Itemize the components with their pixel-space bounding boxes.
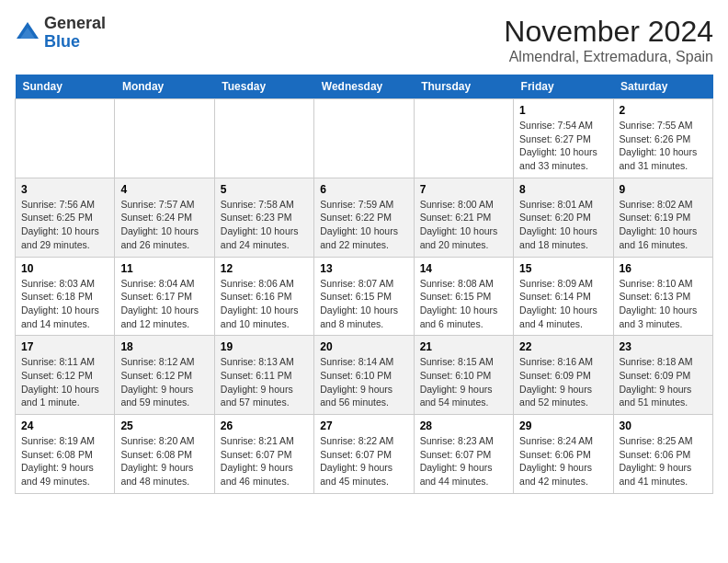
day-cell: 30Sunrise: 8:25 AM Sunset: 6:06 PM Dayli… — [613, 415, 712, 494]
day-cell: 7Sunrise: 8:00 AM Sunset: 6:21 PM Daylig… — [414, 178, 513, 257]
day-cell: 19Sunrise: 8:13 AM Sunset: 6:11 PM Dayli… — [214, 336, 313, 415]
day-number: 8 — [519, 183, 607, 196]
day-info: Sunrise: 8:09 AM Sunset: 6:14 PM Dayligh… — [519, 277, 607, 331]
day-number: 18 — [120, 340, 208, 353]
day-number: 10 — [21, 262, 108, 275]
day-number: 19 — [221, 340, 308, 353]
day-info: Sunrise: 8:00 AM Sunset: 6:21 PM Dayligh… — [420, 198, 507, 252]
day-cell: 13Sunrise: 8:07 AM Sunset: 6:15 PM Dayli… — [314, 257, 414, 336]
day-number: 20 — [320, 340, 407, 353]
day-cell: 20Sunrise: 8:14 AM Sunset: 6:10 PM Dayli… — [314, 336, 414, 415]
title-area: November 2024 Almendral, Extremadura, Sp… — [504, 15, 713, 65]
day-cell: 11Sunrise: 8:04 AM Sunset: 6:17 PM Dayli… — [115, 257, 214, 336]
logo-blue-text: Blue — [44, 32, 80, 51]
week-row-5: 24Sunrise: 8:19 AM Sunset: 6:08 PM Dayli… — [16, 415, 713, 494]
day-info: Sunrise: 8:25 AM Sunset: 6:06 PM Dayligh… — [620, 434, 707, 488]
day-info: Sunrise: 8:16 AM Sunset: 6:09 PM Dayligh… — [519, 355, 607, 409]
day-cell: 2Sunrise: 7:55 AM Sunset: 6:26 PM Daylig… — [613, 99, 712, 178]
calendar-table: SundayMondayTuesdayWednesdayThursdayFrid… — [15, 75, 713, 494]
day-cell: 17Sunrise: 8:11 AM Sunset: 6:12 PM Dayli… — [16, 336, 115, 415]
day-info: Sunrise: 7:59 AM Sunset: 6:22 PM Dayligh… — [320, 198, 407, 252]
weekday-thursday: Thursday — [414, 75, 513, 99]
day-cell: 24Sunrise: 8:19 AM Sunset: 6:08 PM Dayli… — [16, 415, 115, 494]
day-info: Sunrise: 8:24 AM Sunset: 6:06 PM Dayligh… — [519, 434, 607, 488]
day-number: 11 — [120, 262, 208, 275]
day-info: Sunrise: 8:08 AM Sunset: 6:15 PM Dayligh… — [420, 277, 507, 331]
day-info: Sunrise: 8:22 AM Sunset: 6:07 PM Dayligh… — [320, 434, 407, 488]
day-info: Sunrise: 7:56 AM Sunset: 6:25 PM Dayligh… — [21, 198, 108, 252]
day-number: 30 — [620, 419, 707, 432]
day-info: Sunrise: 8:03 AM Sunset: 6:18 PM Dayligh… — [21, 277, 108, 331]
day-info: Sunrise: 8:01 AM Sunset: 6:20 PM Dayligh… — [519, 198, 607, 252]
day-cell: 18Sunrise: 8:12 AM Sunset: 6:12 PM Dayli… — [115, 336, 214, 415]
day-number: 4 — [120, 183, 208, 196]
day-number: 14 — [420, 262, 507, 275]
day-info: Sunrise: 8:14 AM Sunset: 6:10 PM Dayligh… — [320, 355, 407, 409]
day-info: Sunrise: 8:10 AM Sunset: 6:13 PM Dayligh… — [620, 277, 707, 331]
day-number: 25 — [120, 419, 208, 432]
day-number: 29 — [519, 419, 607, 432]
day-cell — [16, 99, 115, 178]
day-number: 28 — [420, 419, 507, 432]
day-info: Sunrise: 8:20 AM Sunset: 6:08 PM Dayligh… — [120, 434, 208, 488]
day-number: 2 — [620, 104, 707, 117]
day-info: Sunrise: 7:57 AM Sunset: 6:24 PM Dayligh… — [120, 198, 208, 252]
day-number: 7 — [420, 183, 507, 196]
day-info: Sunrise: 8:06 AM Sunset: 6:16 PM Dayligh… — [221, 277, 308, 331]
day-cell: 3Sunrise: 7:56 AM Sunset: 6:25 PM Daylig… — [16, 178, 115, 257]
day-cell: 28Sunrise: 8:23 AM Sunset: 6:07 PM Dayli… — [414, 415, 513, 494]
weekday-header-row: SundayMondayTuesdayWednesdayThursdayFrid… — [16, 75, 713, 99]
day-cell — [314, 99, 414, 178]
day-cell: 25Sunrise: 8:20 AM Sunset: 6:08 PM Dayli… — [115, 415, 214, 494]
weekday-wednesday: Wednesday — [314, 75, 414, 99]
day-number: 26 — [221, 419, 308, 432]
day-cell: 15Sunrise: 8:09 AM Sunset: 6:14 PM Dayli… — [514, 257, 613, 336]
day-info: Sunrise: 7:54 AM Sunset: 6:27 PM Dayligh… — [519, 119, 607, 173]
weekday-monday: Monday — [115, 75, 214, 99]
week-row-2: 3Sunrise: 7:56 AM Sunset: 6:25 PM Daylig… — [16, 178, 713, 257]
day-cell: 26Sunrise: 8:21 AM Sunset: 6:07 PM Dayli… — [214, 415, 313, 494]
day-info: Sunrise: 8:19 AM Sunset: 6:08 PM Dayligh… — [21, 434, 108, 488]
day-cell: 8Sunrise: 8:01 AM Sunset: 6:20 PM Daylig… — [514, 178, 613, 257]
day-info: Sunrise: 7:58 AM Sunset: 6:23 PM Dayligh… — [221, 198, 308, 252]
day-info: Sunrise: 8:21 AM Sunset: 6:07 PM Dayligh… — [221, 434, 308, 488]
month-title: November 2024 — [504, 15, 713, 49]
day-number: 9 — [620, 183, 707, 196]
day-number: 5 — [221, 183, 308, 196]
day-cell: 4Sunrise: 7:57 AM Sunset: 6:24 PM Daylig… — [115, 178, 214, 257]
day-info: Sunrise: 8:11 AM Sunset: 6:12 PM Dayligh… — [21, 355, 108, 409]
day-info: Sunrise: 8:02 AM Sunset: 6:19 PM Dayligh… — [620, 198, 707, 252]
day-info: Sunrise: 8:13 AM Sunset: 6:11 PM Dayligh… — [221, 355, 308, 409]
day-number: 1 — [519, 104, 607, 117]
day-number: 27 — [320, 419, 407, 432]
logo-icon — [15, 20, 40, 46]
day-cell: 27Sunrise: 8:22 AM Sunset: 6:07 PM Dayli… — [314, 415, 414, 494]
day-number: 22 — [519, 340, 607, 353]
day-cell: 10Sunrise: 8:03 AM Sunset: 6:18 PM Dayli… — [16, 257, 115, 336]
day-number: 24 — [21, 419, 108, 432]
day-cell: 5Sunrise: 7:58 AM Sunset: 6:23 PM Daylig… — [214, 178, 313, 257]
day-cell — [414, 99, 513, 178]
day-cell — [115, 99, 214, 178]
week-row-4: 17Sunrise: 8:11 AM Sunset: 6:12 PM Dayli… — [16, 336, 713, 415]
week-row-1: 1Sunrise: 7:54 AM Sunset: 6:27 PM Daylig… — [16, 99, 713, 178]
weekday-sunday: Sunday — [16, 75, 115, 99]
logo-general-text: General — [44, 14, 106, 32]
day-cell: 6Sunrise: 7:59 AM Sunset: 6:22 PM Daylig… — [314, 178, 414, 257]
day-number: 13 — [320, 262, 407, 275]
day-cell: 21Sunrise: 8:15 AM Sunset: 6:10 PM Dayli… — [414, 336, 513, 415]
day-number: 16 — [620, 262, 707, 275]
header: General Blue November 2024 Almendral, Ex… — [15, 15, 713, 65]
day-number: 15 — [519, 262, 607, 275]
day-cell: 9Sunrise: 8:02 AM Sunset: 6:19 PM Daylig… — [613, 178, 712, 257]
day-cell: 22Sunrise: 8:16 AM Sunset: 6:09 PM Dayli… — [514, 336, 613, 415]
weekday-friday: Friday — [514, 75, 613, 99]
logo: General Blue — [15, 15, 106, 52]
day-info: Sunrise: 8:23 AM Sunset: 6:07 PM Dayligh… — [420, 434, 507, 488]
day-info: Sunrise: 8:15 AM Sunset: 6:10 PM Dayligh… — [420, 355, 507, 409]
day-info: Sunrise: 7:55 AM Sunset: 6:26 PM Dayligh… — [620, 119, 707, 173]
day-cell: 23Sunrise: 8:18 AM Sunset: 6:09 PM Dayli… — [613, 336, 712, 415]
day-number: 17 — [21, 340, 108, 353]
week-row-3: 10Sunrise: 8:03 AM Sunset: 6:18 PM Dayli… — [16, 257, 713, 336]
day-number: 6 — [320, 183, 407, 196]
